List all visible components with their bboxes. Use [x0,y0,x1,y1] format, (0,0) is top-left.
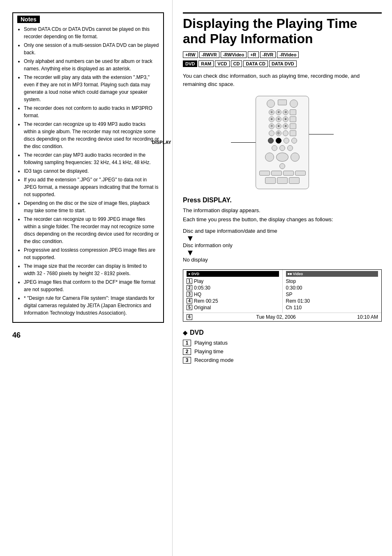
date-row: 6Tue May 02, 200610:10 AM [183,313,381,321]
dvd-item-text: Playing status [194,340,228,346]
row-text: Stop [286,278,296,284]
dvd-item-1: 1Playing status [183,340,382,346]
note-item: Only alphabet and numbers can be used fo… [24,58,159,72]
flow-item-3: No display [183,257,208,263]
info-left-row-5: 5Original [187,305,279,310]
info-left-row-3: 3HQ [187,292,279,297]
note-item: The recorder does not conform to audio t… [24,104,159,119]
dvd-item-2: 2Playing time [183,348,382,355]
row-text: Original [194,305,211,310]
format-badge-rvr: -RVR [260,51,276,58]
info-right-row-1: Stop [286,278,378,284]
notes-title: Notes [17,16,40,23]
info-col-right: ■■ Video Stop0:30:00SPRem 01:30Ch 110 [283,270,382,313]
format-badge-rwvr: -RWVR [199,51,219,58]
note-item: * "Design rule for Camera File system": … [24,294,159,317]
format-badge-rwvideo: -RWVideo [221,51,247,58]
dvd-item-num: 1 [183,340,191,346]
notes-list: Some DATA CDs or DATA DVDs cannot be pla… [17,25,159,317]
format-badge-datadvd: DATA DVD [269,60,297,67]
row-text: 0:05:30 [194,285,210,291]
dvd-item-3: 3Recording mode [183,357,382,364]
format-badge-dvd: DVD [183,60,197,67]
format-badge-vcd: VCD [215,60,229,67]
date-left: Tue May 02, 2006 [256,314,296,320]
dvd-items-list: 1Playing status2Playing time3Recording m… [183,340,382,364]
info-right-row-3: SP [286,292,378,297]
note-item: JPEG image files that conform to the DCF… [24,278,159,293]
page-number: 46 [12,331,164,340]
row-num-4: 4 [187,298,192,303]
row-num-2: 2 [187,285,192,290]
diamond-icon: ◆ [183,329,187,336]
info-left-row-2: 20:05:30 [187,285,279,291]
format-badge-cd: CD [231,60,242,67]
display-label: DISPLAY [152,140,171,145]
format-badge-datacd: DATA CD [243,60,267,67]
info-col-left: ● DVD 1Play20:05:303HQ4Rem 00:255Origina… [183,270,283,313]
note-item: The recorder will play any data with the… [24,74,159,103]
info-right-row-5: Ch 110 [286,305,378,310]
row-text: SP [286,292,293,297]
notes-box: Notes Some DATA CDs or DATA DVDs cannot … [12,12,164,323]
flow-item-2: Disc information only [183,242,233,248]
dvd-title: ◆ DVD [183,329,382,336]
row6-num: 6 [187,314,192,320]
remote-diagram: ① ② ③ ④ ⑤ ⑥ ⑦ ⑧ [256,96,309,189]
info-data-rows: ● DVD 1Play20:05:303HQ4Rem 00:255Origina… [183,270,381,313]
right-column: Displaying the Playing Time and Play Inf… [173,0,392,556]
info-right-row-2: 0:30:00 [286,285,378,291]
note-item: If you add the extension ".JPG" or ".JPE… [24,176,159,198]
remote-area: DISPLAY ① ② ③ [183,96,382,189]
section-title: Displaying the Playing Time and Play Inf… [183,12,382,46]
dvd-item-num: 2 [183,348,191,355]
note-item: The image size that the recorder can dis… [24,262,159,277]
info-left-row-1: 1Play [187,278,279,284]
press-text-1: The information display appears. [183,206,382,215]
note-item: ID3 tags cannot be displayed. [24,167,159,175]
note-item: Some DATA CDs or DATA DVDs cannot be pla… [24,25,159,40]
row-text: 0:30:00 [286,285,302,291]
row-num-1: 1 [187,278,192,284]
date-right: 10:10 AM [357,314,378,320]
info-left-row-4: 4Rem 00:25 [187,298,279,304]
info-right-row-4: Rem 01:30 [286,298,378,304]
format-badge-rvideo: -RVideo [277,51,299,58]
flow-item-1: Disc and tape information/date and time [183,228,277,234]
dvd-section-title: DVD [190,329,204,336]
note-item: The recorder can recognize up to 499 MP3… [24,120,159,150]
format-badges: +RW-RWVR-RWVideo+R-RVR-RVideoDVDRAMVCDCD… [183,51,382,67]
flow-diagram: Disc and tape information/date and time … [183,228,382,263]
dvd-item-num: 3 [183,357,191,364]
press-display-heading: Press DISPLAY. [183,197,382,204]
left-column: Notes Some DATA CDs or DATA DVDs cannot … [0,0,173,556]
dvd-item-text: Playing time [194,348,224,354]
row-num-3: 3 [187,292,192,297]
format-badge-rw: +RW [183,51,198,58]
press-text-2: Each time you press the button, the disp… [183,215,382,224]
format-badge-r: +R [248,51,258,58]
info-display-table: ● DVD 1Play20:05:303HQ4Rem 00:255Origina… [183,269,382,322]
press-display-section: Press DISPLAY. The information display a… [183,197,382,224]
row-text: HQ [194,292,201,297]
row-text: Play [194,278,203,284]
note-item: Depending on the disc or the size of ima… [24,199,159,214]
format-badge-ram: RAM [198,60,214,67]
note-item: Progressive and lossless compression JPE… [24,246,159,261]
dvd-item-text: Recording mode [194,357,233,363]
row-text: Ch 110 [286,305,302,310]
note-item: The recorder can recognize up to 999 JPE… [24,215,159,245]
note-item: Only one session of a multi-session DATA… [24,42,159,56]
row-text: Rem 00:25 [194,298,218,304]
note-item: The recorder can play MP3 audio tracks r… [24,151,159,166]
row-num-5: 5 [187,305,192,310]
dvd-section: ◆ DVD 1Playing status2Playing time3Recor… [183,329,382,364]
intro-text: You can check disc information, such as … [183,72,382,88]
row-text: Rem 01:30 [286,298,310,304]
